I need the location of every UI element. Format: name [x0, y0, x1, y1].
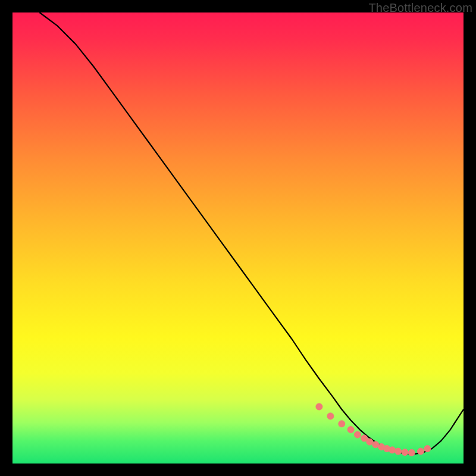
marker-dot — [316, 403, 322, 410]
marker-group — [316, 403, 431, 456]
chart-svg — [12, 12, 464, 464]
marker-dot — [395, 448, 402, 455]
marker-dot — [347, 427, 354, 433]
marker-dot — [367, 439, 373, 445]
marker-dot — [418, 448, 424, 455]
marker-dot — [354, 431, 361, 438]
marker-dot — [327, 413, 334, 419]
marker-dot — [339, 421, 345, 427]
plot-area — [12, 12, 464, 464]
marker-dot — [424, 446, 431, 452]
marker-dot — [408, 449, 415, 456]
marker-dot — [402, 449, 408, 456]
chart-frame: TheBottleneck.com — [0, 0, 476, 476]
marker-dot — [389, 447, 396, 453]
bottleneck-curve — [40, 12, 464, 454]
